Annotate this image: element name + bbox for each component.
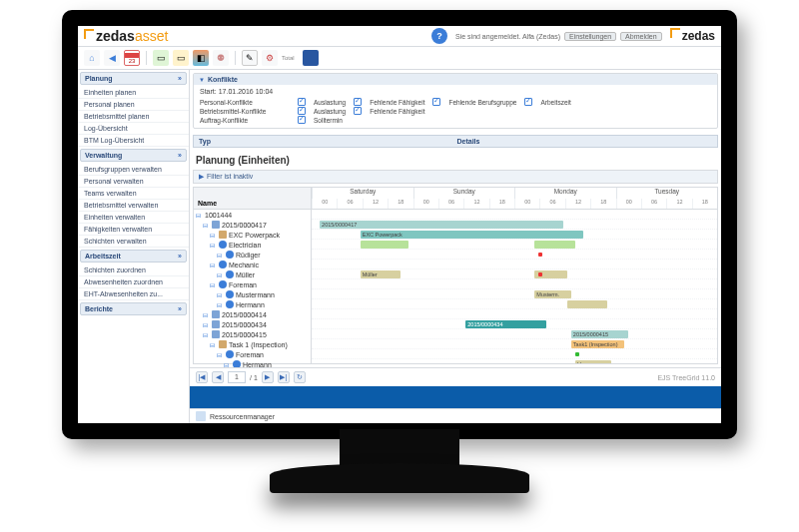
hour-tick: 00 (413, 199, 438, 209)
chart-icon[interactable]: ◧ (193, 50, 209, 66)
checkbox[interactable] (524, 98, 532, 106)
gantt-bar[interactable] (567, 300, 608, 308)
gantt-row: 2015/0000434 (312, 319, 717, 329)
help-icon[interactable]: ? (431, 28, 447, 44)
tree-row[interactable]: ⊟1001444 (194, 210, 311, 220)
gantt-row: EXC Powerpack (312, 230, 717, 240)
sidebar-group[interactable]: Verwaltung» (80, 149, 187, 162)
filter-bar[interactable]: ▶Filter ist inaktiv (193, 170, 718, 184)
sidebar-item[interactable]: Betriebsmittel verwalten (78, 200, 189, 212)
tree-row[interactable]: ⊟Rüdiger (194, 250, 311, 260)
checkbox[interactable] (298, 98, 306, 106)
sidebar-group[interactable]: Planung» (80, 72, 187, 85)
gantt-row: Task1 (Inspection) (312, 339, 717, 349)
tree-row[interactable]: ⊟Mustermann (194, 289, 311, 299)
checkbox[interactable] (298, 116, 306, 124)
tree-row[interactable]: ⊟Electrician (194, 240, 311, 250)
status-dot (575, 352, 579, 356)
sidebar-item[interactable]: Einheiten planen (78, 87, 189, 99)
status-dot (538, 272, 542, 276)
home-icon[interactable]: ⌂ (84, 50, 100, 66)
day-header: Saturday (312, 188, 413, 199)
sidebar-item[interactable]: Berufsgruppen verwalten (78, 164, 189, 176)
conflict-row: Personal-KonflikteAuslastungFehlende Fäh… (200, 98, 711, 106)
login-area: Sie sind angemeldet. Alfa (Zedas) Einste… (455, 32, 662, 41)
sidebar-group[interactable]: Berichte» (80, 302, 187, 315)
sidebar-item[interactable]: Teams verwalten (78, 188, 189, 200)
main-toolbar: ⌂ ◀ 23 ▭ ▭ ◧ ⚉ ✎ ⚙ Total (78, 47, 721, 70)
tree-row[interactable]: ⊟2015/0000417 (194, 220, 311, 230)
users-icon[interactable]: ⚉ (213, 50, 229, 66)
gantt-bar[interactable]: Task1 (Inspection) (571, 340, 624, 348)
doc-green-icon[interactable]: ▭ (153, 50, 169, 66)
gantt-bar[interactable] (534, 241, 575, 249)
pager-next[interactable]: ▶ (262, 371, 274, 383)
tree-row[interactable]: ⊟Foreman (194, 349, 311, 359)
hour-tick: 06 (337, 199, 362, 209)
sidebar-group[interactable]: Arbeitszeit» (80, 250, 187, 263)
gantt-bar[interactable]: Hermann (575, 360, 612, 363)
checkbox[interactable] (432, 98, 440, 106)
gantt-bar[interactable]: 2015/0000415 (571, 330, 628, 338)
sidebar-item[interactable]: Personal planen (78, 99, 189, 111)
checkbox[interactable] (298, 107, 306, 115)
gantt-bar[interactable]: EXC Powerpack (361, 231, 583, 239)
book-icon[interactable] (303, 50, 319, 66)
calendar-icon[interactable]: 23 (124, 50, 140, 66)
sidebar-item[interactable]: Abwesenheiten zuordnen (78, 276, 189, 288)
pager-first[interactable]: |◀ (196, 371, 208, 383)
notes-icon[interactable]: ✎ (242, 50, 258, 66)
pager-page[interactable]: 1 (228, 371, 246, 383)
sidebar-item[interactable]: Betriebsmittel planen (78, 111, 189, 123)
doc-yellow-icon[interactable]: ▭ (173, 50, 189, 66)
sidebar-item[interactable]: Log-Übersicht (78, 123, 189, 135)
gantt-row (312, 210, 717, 220)
sidebar-item[interactable]: Fähigkeiten verwalten (78, 224, 189, 236)
conflict-columns: Typ Details (193, 135, 718, 148)
tree-row[interactable]: ⊟Hermann (194, 299, 311, 309)
gantt-bar[interactable]: Musterm. (534, 290, 571, 298)
hour-tick: 12 (666, 199, 691, 209)
hour-tick: 12 (565, 199, 590, 209)
tools-icon[interactable]: ⚙ (262, 50, 278, 66)
logout-button[interactable]: Abmelden (620, 32, 662, 41)
tree-row[interactable]: ⊟2015/0000415 (194, 329, 311, 339)
sidebar-item[interactable]: Personal verwalten (78, 176, 189, 188)
pager: |◀ ◀ 1 / 1 ▶ ▶| ↻ EJS TreeGrid 11.0 (190, 367, 721, 386)
sidebar-item[interactable]: BTM Log-Übersicht (78, 135, 189, 147)
gantt-row: Musterm. (312, 289, 717, 299)
total-label: Total (282, 55, 295, 61)
pager-prev[interactable]: ◀ (212, 371, 224, 383)
footer: Ressourcenmanager (190, 408, 721, 423)
gantt-bar[interactable]: 2015/0000417 (320, 221, 563, 229)
monitor-stand (340, 429, 459, 469)
pager-refresh[interactable]: ↻ (294, 371, 306, 383)
gantt-row (312, 309, 717, 319)
gantt-row: Hermann (312, 359, 717, 363)
sidebar-item[interactable]: Schichten verwalten (78, 236, 189, 248)
sidebar-item[interactable]: Einheiten verwalten (78, 212, 189, 224)
checkbox[interactable] (354, 98, 362, 106)
checkbox[interactable] (354, 107, 362, 115)
gantt-bar[interactable]: 2015/0000434 (465, 320, 546, 328)
gantt-bar[interactable] (361, 241, 409, 249)
settings-button[interactable]: Einstellungen (564, 32, 616, 41)
screen: zedasasset ? Sie sind angemeldet. Alfa (… (78, 26, 721, 423)
tree-row[interactable]: ⊟EXC Powerpack (194, 230, 311, 240)
tree-row[interactable]: ⊟2015/0000414 (194, 309, 311, 319)
gantt-row: 2015/0000417 (312, 220, 717, 230)
footer-label: Ressourcenmanager (210, 413, 275, 420)
gantt-row (312, 279, 717, 289)
tree-row[interactable]: ⊟2015/0000434 (194, 319, 311, 329)
tree-row[interactable]: ⊟Mechanic (194, 260, 311, 269)
pager-last[interactable]: ▶| (278, 371, 290, 383)
tree-row[interactable]: ⊟Müller (194, 269, 311, 279)
sidebar-item[interactable]: EHT-Abwesenheiten zu... (78, 288, 189, 300)
tree-row[interactable]: ⊟Foreman (194, 279, 311, 289)
tree-row[interactable]: ⊟Task 1 (Inspection) (194, 339, 311, 349)
sidebar-item[interactable]: Schichten zuordnen (78, 265, 189, 276)
back-icon[interactable]: ◀ (104, 50, 120, 66)
gantt-chart: Name ⊟1001444⊟2015/0000417⊟EXC Powerpack… (193, 187, 718, 364)
gantt-bar[interactable]: Müller (361, 270, 401, 278)
gantt-row (312, 250, 717, 260)
